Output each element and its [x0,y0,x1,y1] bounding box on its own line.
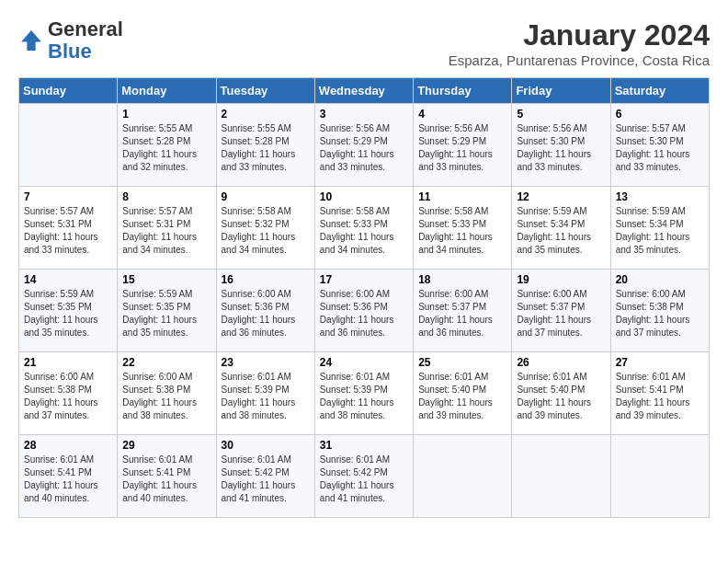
page-header: General Blue January 2024 Esparza, Punta… [18,18,710,68]
calendar-cell: 18Sunrise: 6:00 AM Sunset: 5:37 PM Dayli… [414,270,512,352]
day-number: 24 [320,356,408,369]
calendar-cell: 19Sunrise: 6:00 AM Sunset: 5:37 PM Dayli… [512,270,610,352]
calendar-cell: 16Sunrise: 6:00 AM Sunset: 5:36 PM Dayli… [216,270,314,352]
day-number: 12 [517,190,605,203]
logo-icon [18,28,44,53]
day-info: Sunrise: 6:00 AM Sunset: 5:38 PM Dayligh… [616,288,704,339]
day-number: 21 [24,356,112,369]
calendar-cell: 22Sunrise: 6:00 AM Sunset: 5:38 PM Dayli… [118,352,216,435]
day-number: 6 [616,108,704,121]
col-header-sunday: Sunday [19,78,118,104]
calendar-week-row: 1Sunrise: 5:55 AM Sunset: 5:28 PM Daylig… [19,104,710,187]
main-title: January 2024 [449,18,710,52]
col-header-wednesday: Wednesday [314,78,413,104]
day-info: Sunrise: 5:59 AM Sunset: 5:35 PM Dayligh… [122,288,210,339]
subtitle: Esparza, Puntarenas Province, Costa Rica [449,52,710,68]
calendar-cell [512,435,610,518]
day-number: 20 [616,273,704,286]
day-info: Sunrise: 6:00 AM Sunset: 5:37 PM Dayligh… [418,288,506,339]
calendar-header-row: SundayMondayTuesdayWednesdayThursdayFrid… [19,78,710,104]
day-info: Sunrise: 5:58 AM Sunset: 5:33 PM Dayligh… [418,205,506,257]
day-number: 19 [517,273,605,286]
logo-text: General Blue [48,18,123,63]
day-number: 29 [122,439,210,452]
calendar-cell: 4Sunrise: 5:56 AM Sunset: 5:29 PM Daylig… [414,104,512,187]
calendar-cell: 11Sunrise: 5:58 AM Sunset: 5:33 PM Dayli… [414,187,512,270]
day-info: Sunrise: 6:00 AM Sunset: 5:36 PM Dayligh… [320,288,408,339]
calendar-cell: 25Sunrise: 6:01 AM Sunset: 5:40 PM Dayli… [414,352,512,435]
day-info: Sunrise: 5:59 AM Sunset: 5:34 PM Dayligh… [517,205,605,257]
day-info: Sunrise: 5:56 AM Sunset: 5:30 PM Dayligh… [517,122,605,174]
day-info: Sunrise: 6:01 AM Sunset: 5:40 PM Dayligh… [418,371,506,422]
day-info: Sunrise: 5:55 AM Sunset: 5:28 PM Dayligh… [222,122,310,174]
day-info: Sunrise: 5:57 AM Sunset: 5:31 PM Dayligh… [24,205,112,257]
calendar-cell: 5Sunrise: 5:56 AM Sunset: 5:30 PM Daylig… [512,104,610,187]
day-info: Sunrise: 6:00 AM Sunset: 5:37 PM Dayligh… [517,288,605,339]
day-info: Sunrise: 5:57 AM Sunset: 5:30 PM Dayligh… [616,122,704,174]
calendar-cell [414,435,512,518]
calendar-week-row: 21Sunrise: 6:00 AM Sunset: 5:38 PM Dayli… [19,352,710,435]
calendar-cell: 10Sunrise: 5:58 AM Sunset: 5:33 PM Dayli… [314,187,413,270]
day-info: Sunrise: 5:58 AM Sunset: 5:32 PM Dayligh… [222,205,310,257]
day-number: 9 [222,190,310,203]
col-header-thursday: Thursday [414,78,512,104]
day-number: 3 [320,108,408,121]
day-info: Sunrise: 5:59 AM Sunset: 5:35 PM Dayligh… [24,288,112,339]
calendar-cell: 28Sunrise: 6:01 AM Sunset: 5:41 PM Dayli… [19,435,118,518]
col-header-tuesday: Tuesday [216,78,314,104]
day-number: 7 [24,190,112,203]
calendar-week-row: 14Sunrise: 5:59 AM Sunset: 5:35 PM Dayli… [19,270,710,352]
calendar-cell: 24Sunrise: 6:01 AM Sunset: 5:39 PM Dayli… [314,352,413,435]
calendar-cell: 27Sunrise: 6:01 AM Sunset: 5:41 PM Dayli… [610,352,709,435]
svg-marker-0 [21,30,41,51]
day-number: 31 [320,439,408,452]
day-number: 14 [24,273,112,286]
day-number: 17 [320,273,408,286]
col-header-friday: Friday [512,78,610,104]
calendar-table: SundayMondayTuesdayWednesdayThursdayFrid… [18,77,710,518]
calendar-cell: 23Sunrise: 6:01 AM Sunset: 5:39 PM Dayli… [216,352,314,435]
day-number: 15 [122,273,210,286]
calendar-cell: 20Sunrise: 6:00 AM Sunset: 5:38 PM Dayli… [610,270,709,352]
day-info: Sunrise: 6:00 AM Sunset: 5:38 PM Dayligh… [24,371,112,422]
calendar-cell: 2Sunrise: 5:55 AM Sunset: 5:28 PM Daylig… [216,104,314,187]
calendar-cell: 31Sunrise: 6:01 AM Sunset: 5:42 PM Dayli… [314,435,413,518]
day-info: Sunrise: 6:01 AM Sunset: 5:42 PM Dayligh… [222,454,310,505]
day-info: Sunrise: 6:01 AM Sunset: 5:42 PM Dayligh… [320,454,408,505]
calendar-cell: 21Sunrise: 6:00 AM Sunset: 5:38 PM Dayli… [19,352,118,435]
day-info: Sunrise: 6:01 AM Sunset: 5:41 PM Dayligh… [122,454,210,505]
day-info: Sunrise: 6:01 AM Sunset: 5:39 PM Dayligh… [320,371,408,422]
calendar-cell: 14Sunrise: 5:59 AM Sunset: 5:35 PM Dayli… [19,270,118,352]
day-number: 11 [418,190,506,203]
calendar-cell: 3Sunrise: 5:56 AM Sunset: 5:29 PM Daylig… [314,104,413,187]
col-header-monday: Monday [118,78,216,104]
title-block: January 2024 Esparza, Puntarenas Provinc… [449,18,710,68]
day-info: Sunrise: 6:01 AM Sunset: 5:41 PM Dayligh… [616,371,704,422]
day-number: 1 [122,108,210,121]
calendar-week-row: 28Sunrise: 6:01 AM Sunset: 5:41 PM Dayli… [19,435,710,518]
day-number: 30 [222,439,310,452]
day-number: 4 [418,108,506,121]
day-number: 13 [616,190,704,203]
logo: General Blue [18,18,123,63]
calendar-cell: 12Sunrise: 5:59 AM Sunset: 5:34 PM Dayli… [512,187,610,270]
day-info: Sunrise: 6:00 AM Sunset: 5:36 PM Dayligh… [222,288,310,339]
calendar-cell: 17Sunrise: 6:00 AM Sunset: 5:36 PM Dayli… [314,270,413,352]
calendar-cell: 9Sunrise: 5:58 AM Sunset: 5:32 PM Daylig… [216,187,314,270]
day-info: Sunrise: 5:56 AM Sunset: 5:29 PM Dayligh… [320,122,408,174]
calendar-cell: 29Sunrise: 6:01 AM Sunset: 5:41 PM Dayli… [118,435,216,518]
calendar-cell: 26Sunrise: 6:01 AM Sunset: 5:40 PM Dayli… [512,352,610,435]
day-info: Sunrise: 6:01 AM Sunset: 5:39 PM Dayligh… [222,371,310,422]
day-number: 8 [122,190,210,203]
day-number: 5 [517,108,605,121]
day-number: 27 [616,356,704,369]
day-number: 16 [222,273,310,286]
calendar-cell: 15Sunrise: 5:59 AM Sunset: 5:35 PM Dayli… [118,270,216,352]
calendar-cell: 1Sunrise: 5:55 AM Sunset: 5:28 PM Daylig… [118,104,216,187]
day-info: Sunrise: 6:01 AM Sunset: 5:41 PM Dayligh… [24,454,112,505]
day-info: Sunrise: 5:59 AM Sunset: 5:34 PM Dayligh… [616,205,704,257]
calendar-cell [19,104,118,187]
calendar-cell: 13Sunrise: 5:59 AM Sunset: 5:34 PM Dayli… [610,187,709,270]
calendar-week-row: 7Sunrise: 5:57 AM Sunset: 5:31 PM Daylig… [19,187,710,270]
calendar-cell [610,435,709,518]
